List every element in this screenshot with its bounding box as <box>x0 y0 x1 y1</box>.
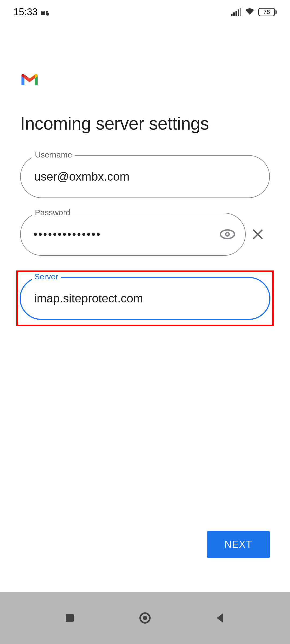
username-label: Username <box>32 150 75 159</box>
page-title: Incoming server settings <box>20 113 270 134</box>
home-icon[interactable] <box>138 611 152 625</box>
server-field-highlight: Server <box>16 270 274 326</box>
battery-percent: 78 <box>263 9 270 16</box>
password-field-container: Password •••••••••••••• <box>20 213 246 256</box>
battery-icon: 78 <box>258 8 277 16</box>
server-input[interactable] <box>20 277 270 320</box>
next-button[interactable]: NEXT <box>207 531 270 558</box>
server-field-container: Server <box>20 277 270 320</box>
cellular-signal-icon <box>231 8 241 16</box>
show-password-icon[interactable] <box>220 229 235 239</box>
svg-point-10 <box>143 616 147 620</box>
server-label: Server <box>32 272 61 281</box>
svg-rect-8 <box>66 614 74 622</box>
status-time: 15:33 <box>13 6 38 18</box>
clear-password-icon[interactable] <box>251 228 264 241</box>
recent-apps-icon[interactable] <box>63 611 77 625</box>
teams-icon: T <box>41 8 49 16</box>
back-icon[interactable] <box>213 611 227 625</box>
status-bar: 15:33 T 78 <box>0 0 290 24</box>
svg-text:T: T <box>42 11 44 14</box>
navigation-bar <box>0 592 290 644</box>
username-field-container: Username <box>20 155 270 198</box>
svg-point-5 <box>226 233 229 235</box>
svg-point-2 <box>46 11 48 13</box>
username-input[interactable] <box>20 155 270 198</box>
password-input[interactable] <box>20 213 246 256</box>
wifi-icon <box>245 6 255 18</box>
password-label: Password <box>32 208 73 217</box>
gmail-logo-icon <box>20 72 39 86</box>
